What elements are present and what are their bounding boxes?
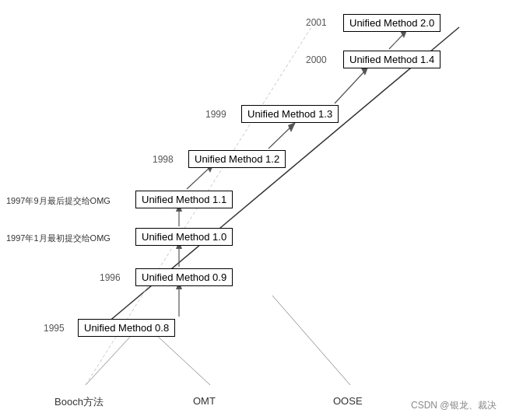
version-box-1-0: Unified Method 1.0 — [135, 228, 233, 246]
version-box-1-3: Unified Method 1.3 — [241, 105, 339, 123]
svg-marker-10 — [288, 122, 296, 132]
year-label-1996: 1996 — [100, 272, 121, 283]
version-box-0-8: Unified Method 0.8 — [78, 319, 175, 337]
svg-line-11 — [335, 70, 366, 103]
year-label-2000: 2000 — [306, 54, 327, 65]
version-box-2-0: Unified Method 2.0 — [343, 14, 440, 32]
svg-line-18 — [272, 296, 350, 385]
year-label-1999: 1999 — [205, 109, 226, 120]
version-box-1-1: Unified Method 1.1 — [135, 191, 233, 208]
svg-line-17 — [156, 334, 210, 385]
svg-line-7 — [187, 167, 210, 189]
year-label-2001: 2001 — [306, 17, 327, 28]
version-box-1-2: Unified Method 1.2 — [188, 150, 286, 168]
bottom-label-oose: OOSE — [333, 395, 363, 407]
year-label-1998: 1998 — [153, 154, 174, 165]
bottom-label-omt: OMT — [193, 395, 216, 407]
version-box-0-9: Unified Method 0.9 — [135, 268, 233, 286]
year-label-1995: 1995 — [44, 323, 65, 334]
watermark: CSDN @银龙、裁决 — [411, 399, 497, 412]
side-label-jan1997: 1997年1月最初提交给OMG — [6, 233, 111, 244]
diagram-svg — [0, 0, 530, 420]
diagram-container: Unified Method 2.0 2001 Unified Method 1… — [0, 0, 530, 420]
side-label-sep1997: 1997年9月最后提交给OMG — [6, 195, 111, 207]
svg-line-15 — [86, 334, 132, 385]
svg-line-9 — [269, 126, 292, 149]
bottom-label-booch: Booch方法 — [54, 395, 104, 409]
version-box-1-4: Unified Method 1.4 — [343, 51, 440, 68]
svg-line-0 — [93, 27, 459, 334]
